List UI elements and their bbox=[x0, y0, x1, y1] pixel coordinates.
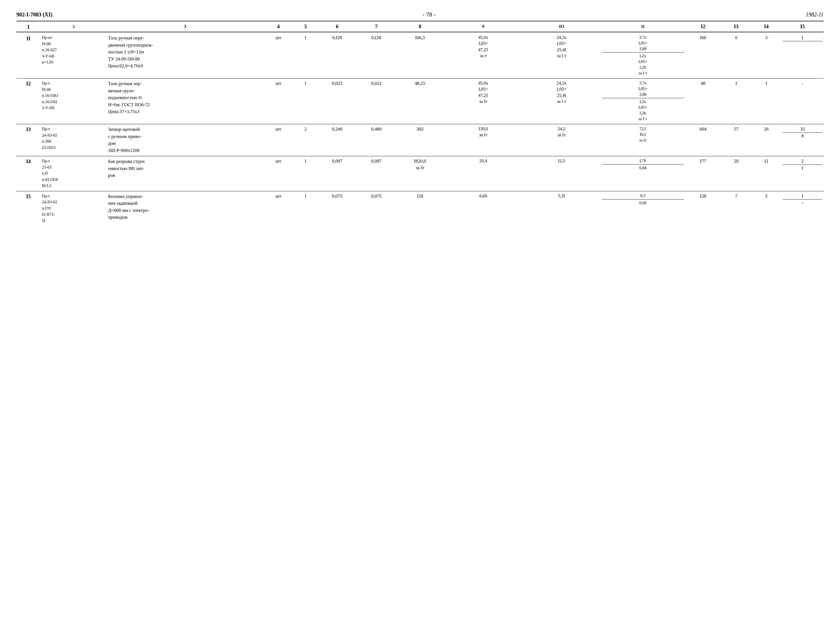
doc-date: 1982-11 bbox=[806, 11, 824, 18]
table-cell-col15: 2I bbox=[782, 156, 824, 191]
page-number: - 78 - bbox=[422, 11, 436, 18]
table-cell: 20,4 bbox=[444, 156, 522, 191]
table-cell: 54,2за Iт bbox=[522, 124, 601, 156]
table-cell: 57 bbox=[721, 124, 752, 156]
table-row: I5Пр-т24-IO-02п.I70I2-II72-5IКолонка упр… bbox=[16, 191, 824, 226]
table-cell-col11: I,780,84 bbox=[601, 156, 685, 191]
table-cell: I66 bbox=[685, 32, 721, 79]
table-cell: 0,I28 bbox=[318, 32, 357, 79]
table-row: IIПр-нтI9-06п.16-0273-У-6IIк=1,05Таль ру… bbox=[16, 32, 824, 79]
table-cell-col15: - bbox=[782, 79, 824, 124]
table-cell: Пр-т23-03ч.IIп.02-OOII8-I-2 bbox=[41, 156, 107, 191]
table-cell: 48 bbox=[685, 79, 721, 124]
table-cell: I4 bbox=[16, 156, 41, 191]
table-cell: 2 bbox=[294, 124, 318, 156]
col-header-6: 6 bbox=[318, 21, 357, 32]
col-header-10: IO bbox=[522, 21, 601, 32]
table-cell: шт bbox=[264, 156, 294, 191]
table-cell: I2 bbox=[752, 156, 782, 191]
table-cell: 20 bbox=[721, 156, 752, 191]
table-cell: 0,240 bbox=[318, 124, 357, 156]
table-cell: I bbox=[752, 79, 782, 124]
table-cell: Таль ручная чер-вячная грузо-подъемность… bbox=[107, 79, 263, 124]
page-header: 902-I-7083 (XI) - 78 - 1982-11 bbox=[16, 11, 824, 18]
column-headers: I 2 3 4 5 6 7 8 9 IO II I2 I3 I4 I5 bbox=[16, 21, 824, 32]
col-header-2: 2 bbox=[41, 21, 107, 32]
table-cell-col11: 72,II6,Iза Iт bbox=[601, 124, 685, 156]
table-cell: I28 bbox=[396, 191, 444, 226]
table-cell: 5,3I bbox=[522, 191, 601, 226]
table-cell: 6,66 bbox=[444, 191, 522, 226]
table-cell: II bbox=[16, 32, 41, 79]
table-cell: 24,2хI,05=25,4Iза I т bbox=[522, 32, 601, 79]
col-header-12: I2 bbox=[685, 21, 721, 32]
table-cell: I bbox=[294, 32, 318, 79]
table-row: I3Пр-т24-IO-02п.30622-I20-IЗатвор щитово… bbox=[16, 124, 824, 156]
table-cell-col15: 358 bbox=[782, 124, 824, 156]
table-cell: 0,022 bbox=[318, 79, 357, 124]
table-cell: шт bbox=[264, 124, 294, 156]
main-table: I 2 3 4 5 6 7 8 9 IO II I2 I3 I4 I5 IIПр… bbox=[16, 21, 824, 226]
table-cell: 0,480 bbox=[357, 124, 396, 156]
col-header-9: 9 bbox=[444, 21, 522, 32]
col-header-13: I3 bbox=[721, 21, 752, 32]
col-header-11: II bbox=[601, 21, 685, 32]
table-cell-col11: 3,7хI,05=3,88I,2хI,05=I,26за I т bbox=[601, 32, 685, 79]
doc-number: 902-I-7083 (XI) bbox=[16, 11, 52, 18]
table-cell: Колонка управле-ния задвижкойД=600 мм с … bbox=[107, 191, 263, 226]
col-header-8: 8 bbox=[396, 21, 444, 32]
table-cell: Пр-т24-IO-02п.30622-I20-I bbox=[41, 124, 107, 156]
table-cell: шт bbox=[264, 191, 294, 226]
table-cell-col15: I bbox=[782, 32, 824, 79]
col-header-14: I4 bbox=[752, 21, 782, 32]
table-cell: Пр-т24-IO-02п.I70I2-II72-5I bbox=[41, 191, 107, 226]
table-cell: 26 bbox=[752, 124, 782, 156]
table-cell: 0,097 bbox=[357, 156, 396, 191]
table-cell: 48,25 bbox=[396, 79, 444, 124]
table-cell: I bbox=[721, 79, 752, 124]
table-cell-col11: 3,7хI,05=3,88I,2хI,05=I,26за I т bbox=[601, 79, 685, 124]
table-cell: 45,0хI,05=47,25за Iт bbox=[444, 79, 522, 124]
table-cell: 0,075 bbox=[357, 191, 396, 226]
table-cell-col15: I- bbox=[782, 191, 824, 226]
table-row: I2Пр-тI9-06п.16-OIOп.16-OI43-У-6IIТаль р… bbox=[16, 79, 824, 124]
col-header-3: 3 bbox=[107, 21, 263, 32]
table-cell-col11: 0,50,09 bbox=[601, 191, 685, 226]
col-header-7: 7 bbox=[357, 21, 396, 32]
col-header-1: I bbox=[16, 21, 41, 32]
table-cell: 0,097 bbox=[318, 156, 357, 191]
table-cell: Затвор щитовойс ручным приво-домЗШ-Р-900… bbox=[107, 124, 263, 156]
table-cell: 0,075 bbox=[318, 191, 357, 226]
table-cell: 3 bbox=[752, 32, 782, 79]
table-cell: 45,0хI,05=47,25за т bbox=[444, 32, 522, 79]
table-cell: 5 bbox=[752, 191, 782, 226]
table-cell: 0,022 bbox=[357, 79, 396, 124]
table-cell: I bbox=[294, 79, 318, 124]
table-cell: 0,I28 bbox=[357, 32, 396, 79]
table-cell: шт bbox=[264, 32, 294, 79]
table-cell: 6 bbox=[721, 32, 752, 79]
table-cell: Бак разрыва струиемкостью I80 лит-ров bbox=[107, 156, 263, 191]
table-cell: 24,2хI,05=25,4Iза I т bbox=[522, 79, 601, 124]
table-cell: Таль ручная пере-движная грузоподъем-нос… bbox=[107, 32, 263, 79]
table-cell: I bbox=[294, 191, 318, 226]
table-cell: 604 bbox=[685, 124, 721, 156]
col-header-15: I5 bbox=[782, 21, 824, 32]
table-cell: I5 bbox=[16, 191, 41, 226]
table-cell: I bbox=[294, 156, 318, 191]
table-cell: Пр-тI9-06п.16-OIOп.16-OI43-У-6II bbox=[41, 79, 107, 124]
col-header-4: 4 bbox=[264, 21, 294, 32]
table-cell: шт bbox=[264, 79, 294, 124]
table-cell: Пр-нтI9-06п.16-0273-У-6IIк=1,05 bbox=[41, 32, 107, 79]
table-cell: I820,0за Iт bbox=[396, 156, 444, 191]
table-cell: I77 bbox=[685, 156, 721, 191]
table-cell: 7 bbox=[721, 191, 752, 226]
table-cell: 302 bbox=[396, 124, 444, 156]
table-row: I4Пр-т23-03ч.IIп.02-OOII8-I-2Бак разрыва… bbox=[16, 156, 824, 191]
table-cell: I2,3 bbox=[522, 156, 601, 191]
col-header-5: 5 bbox=[294, 21, 318, 32]
table-cell: I66,3 bbox=[396, 32, 444, 79]
table-cell: I28 bbox=[685, 191, 721, 226]
table-cell: I2 bbox=[16, 79, 41, 124]
table-cell: I3 bbox=[16, 124, 41, 156]
